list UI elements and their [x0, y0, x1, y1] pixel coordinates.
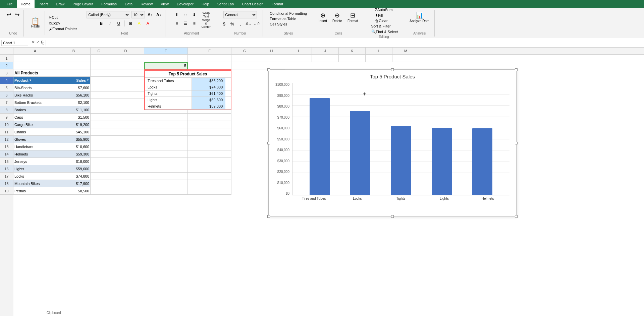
cut-button[interactable]: ✂ Cut [48, 15, 78, 20]
cell-c7[interactable] [91, 99, 107, 106]
row-4[interactable]: 4 [0, 77, 13, 84]
cell-c17[interactable] [91, 173, 107, 180]
tab-format[interactable]: Format [267, 0, 287, 8]
cell-f12[interactable] [188, 136, 231, 143]
insert-function-icon[interactable]: fx [41, 40, 44, 45]
row-5[interactable]: 5 [0, 84, 13, 91]
paste-button[interactable]: 📋 Paste [29, 17, 42, 29]
cell-a5[interactable]: Bib-Shorts [13, 84, 57, 91]
tab-chart-design[interactable]: Chart Design [238, 0, 267, 8]
cell-d14[interactable] [107, 150, 144, 158]
cell-e10[interactable] [144, 121, 188, 128]
top5-product-0[interactable]: Tires and Tubes [145, 78, 192, 84]
resize-handle-bl[interactable] [267, 215, 270, 218]
tab-developer[interactable]: Developer [173, 0, 198, 8]
cell-c11[interactable] [91, 128, 107, 136]
cell-b7[interactable]: $2,100 [57, 99, 91, 106]
cell-b18[interactable]: $17,900 [57, 180, 91, 187]
cell-e14[interactable] [144, 150, 188, 158]
cell-f9[interactable] [188, 114, 231, 121]
wrap-text-button[interactable]: Wrap Text [202, 11, 210, 18]
resize-handle-tr[interactable] [515, 68, 518, 71]
cell-c19[interactable] [91, 187, 107, 195]
cell-a2[interactable] [13, 62, 57, 69]
bar-2[interactable] [391, 126, 411, 195]
number-format-select[interactable]: General [223, 11, 257, 18]
confirm-formula-icon[interactable]: ✓ [36, 40, 40, 45]
cell-m1[interactable] [392, 55, 419, 62]
col-h[interactable]: H [258, 48, 285, 54]
cell-f15[interactable] [188, 158, 231, 165]
cell-d12[interactable] [107, 136, 144, 143]
row-17[interactable]: 17 [0, 173, 13, 180]
cell-f16[interactable] [188, 165, 231, 173]
cell-c9[interactable] [91, 114, 107, 121]
top5-sales-2[interactable]: $61,400 [192, 90, 225, 97]
row-11[interactable]: 11 [0, 128, 13, 136]
cell-b12[interactable]: $55,900 [57, 136, 91, 143]
cell-e16[interactable] [144, 165, 188, 173]
row-14[interactable]: 14 [0, 150, 13, 158]
cell-b14[interactable]: $59,300 [57, 150, 91, 158]
tab-script-lab[interactable]: Script Lab [213, 0, 238, 8]
undo-button[interactable]: ↩ [5, 11, 12, 18]
italic-button[interactable]: I [106, 20, 114, 27]
border-button[interactable]: ⊞ [127, 20, 134, 27]
cell-f14[interactable] [188, 150, 231, 158]
cell-h2[interactable] [258, 62, 285, 69]
top5-sales-1[interactable]: $74,800 [192, 84, 225, 90]
cell-d17[interactable] [107, 173, 144, 180]
cell-a11[interactable]: Chains [13, 128, 57, 136]
cell-b5[interactable]: $7,600 [57, 84, 91, 91]
cell-d4[interactable] [107, 77, 144, 84]
cell-b13[interactable]: $10,600 [57, 143, 91, 150]
cell-b1[interactable] [57, 55, 91, 62]
increase-font-button[interactable]: A↑ [146, 11, 154, 18]
col-k[interactable]: K [339, 48, 366, 54]
underline-button[interactable]: U [115, 20, 122, 27]
cell-a4[interactable]: Product ▼ [13, 77, 57, 84]
cell-d7[interactable] [107, 99, 144, 106]
tab-home[interactable]: Home [17, 0, 35, 8]
cell-a9[interactable]: Caps [13, 114, 57, 121]
row-10[interactable]: 10 [0, 121, 13, 128]
top5-sales-3[interactable]: $59,600 [192, 97, 225, 103]
cell-c16[interactable] [91, 165, 107, 173]
cell-e2[interactable]: 5 [144, 62, 188, 69]
tab-draw[interactable]: Draw [52, 0, 69, 8]
cell-e19[interactable] [144, 187, 188, 195]
cell-e15[interactable] [144, 158, 188, 165]
cell-e11[interactable] [144, 128, 188, 136]
top5-sales-4[interactable]: $59,300 [192, 103, 225, 109]
row-2[interactable]: 2 [0, 62, 13, 69]
col-j[interactable]: J [312, 48, 339, 54]
cell-b19[interactable]: $8,500 [57, 187, 91, 195]
col-m[interactable]: M [392, 48, 419, 54]
align-right-button[interactable]: ≡ [191, 20, 198, 27]
top5-product-4[interactable]: Helmets [145, 103, 192, 109]
row-6[interactable]: 6 [0, 91, 13, 99]
cell-b2[interactable] [57, 62, 91, 69]
bar-3[interactable] [432, 128, 452, 195]
row-13[interactable]: 13 [0, 143, 13, 150]
cell-a10[interactable]: Cargo Bike [13, 121, 57, 128]
merge-center-button[interactable]: Merge & Center [202, 20, 210, 27]
find-select-button[interactable]: 🔍 Find & Select [370, 29, 399, 34]
row-9[interactable]: 9 [0, 114, 13, 121]
cell-e1[interactable] [144, 55, 188, 62]
align-bottom-button[interactable]: ⬇ [191, 11, 198, 18]
cell-a19[interactable]: Pedals [13, 187, 57, 195]
cancel-formula-icon[interactable]: ✕ [32, 40, 35, 45]
cell-d19[interactable] [107, 187, 144, 195]
cell-styles-button[interactable]: Cell Styles [268, 22, 308, 26]
row-1[interactable]: 1 [0, 55, 13, 62]
font-name-select[interactable]: Calibri (Body) [87, 11, 130, 18]
comma-button[interactable]: , [236, 20, 244, 28]
tab-view[interactable]: View [157, 0, 173, 8]
cell-b3[interactable] [57, 69, 91, 77]
col-d[interactable]: D [107, 48, 144, 54]
cell-c4[interactable] [91, 77, 107, 84]
cell-f2[interactable] [188, 62, 231, 69]
fill-color-button[interactable]: A [136, 20, 143, 27]
currency-button[interactable]: $ [220, 20, 228, 28]
